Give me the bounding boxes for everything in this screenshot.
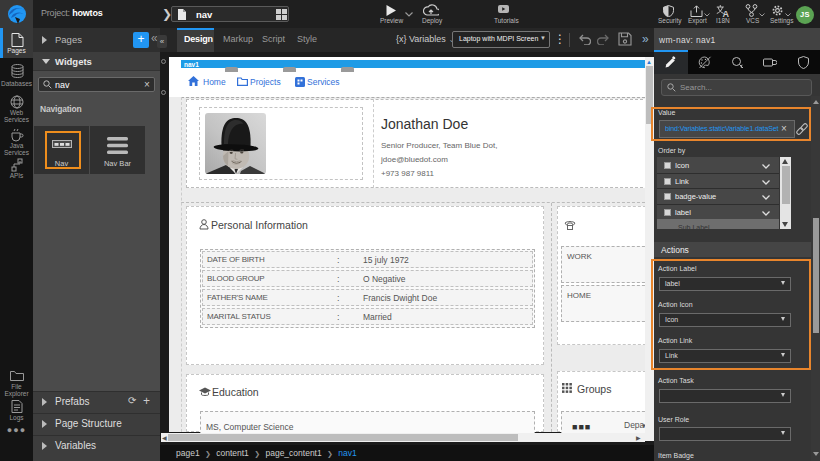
svg-text:A: A (723, 9, 730, 18)
